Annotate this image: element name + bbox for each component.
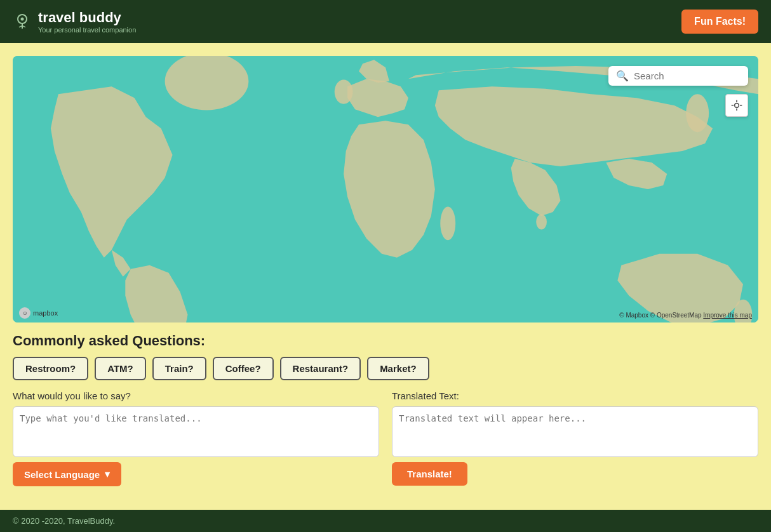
questions-section: Commonly asked Questions: Restroom? ATM?…	[13, 333, 758, 380]
questions-heading: Commonly asked Questions:	[13, 333, 758, 349]
translation-input-col: What would you like to say? Select Langu…	[13, 390, 379, 486]
mapbox-logo-circle: ⊙	[19, 307, 30, 319]
search-icon: 🔍	[616, 70, 629, 82]
svg-point-4	[335, 79, 353, 103]
translation-output[interactable]	[392, 406, 758, 457]
logo-subtitle: Your personal travel companion	[38, 26, 136, 34]
question-market[interactable]: Market?	[367, 357, 429, 380]
translate-button[interactable]: Translate!	[392, 462, 467, 486]
map-attribution: © Mapbox © OpenStreetMap Improve this ma…	[619, 312, 752, 319]
svg-point-9	[735, 103, 739, 108]
map-search-box[interactable]: 🔍	[608, 66, 748, 86]
logo-title: travel buddy	[38, 10, 136, 26]
logo-area: travel buddy Your personal travel compan…	[13, 10, 136, 34]
mapbox-logo: ⊙ mapbox	[19, 307, 58, 319]
svg-point-1	[21, 17, 24, 20]
dropdown-arrow-icon: ▾	[105, 469, 110, 480]
question-restaurant[interactable]: Restaurant?	[280, 357, 361, 380]
location-button[interactable]	[725, 94, 748, 117]
footer-text: © 2020 -2020, TravelBuddy.	[13, 516, 115, 526]
world-map	[13, 56, 758, 323]
question-restroom[interactable]: Restroom?	[13, 357, 88, 380]
question-atm[interactable]: ATM?	[95, 357, 146, 380]
mapbox-label: mapbox	[33, 309, 58, 317]
input-label: What would you like to say?	[13, 390, 379, 401]
question-coffee[interactable]: Coffee?	[213, 357, 274, 380]
map-container[interactable]: 🔍 ⊙ mapbox © Mapbox © OpenStreetMap Impr…	[13, 56, 758, 323]
select-language-label: Select Language	[24, 469, 100, 480]
improve-map-link[interactable]: Improve this map	[703, 312, 752, 319]
translation-output-col: Translated Text: Translate!	[392, 390, 758, 486]
search-input[interactable]	[634, 70, 741, 81]
question-buttons: Restroom? ATM? Train? Coffee? Restaurant…	[13, 357, 758, 380]
translation-section: What would you like to say? Select Langu…	[13, 390, 758, 486]
output-label: Translated Text:	[392, 390, 758, 401]
logo-icon	[13, 11, 32, 32]
svg-point-7	[440, 207, 455, 241]
translation-input[interactable]	[13, 406, 379, 457]
logo-text: travel buddy Your personal travel compan…	[38, 10, 136, 34]
attribution-text: © Mapbox © OpenStreetMap	[619, 312, 701, 319]
svg-point-8	[536, 215, 547, 230]
fun-facts-button[interactable]: Fun Facts!	[681, 10, 758, 34]
svg-point-5	[686, 94, 709, 132]
select-language-button[interactable]: Select Language ▾	[13, 462, 121, 486]
location-icon	[730, 99, 743, 112]
question-train[interactable]: Train?	[152, 357, 206, 380]
